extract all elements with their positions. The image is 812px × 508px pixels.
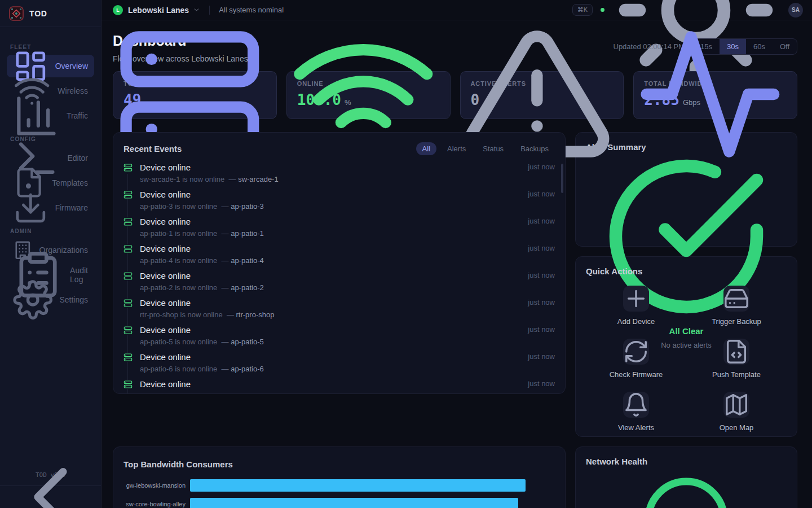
bandwidth-row: gw-lebowski-mansion bbox=[123, 479, 555, 492]
event-title: Device online bbox=[140, 298, 521, 308]
event-time: just now bbox=[528, 244, 555, 252]
stat-card: ONLINE 100.0 % bbox=[286, 71, 451, 119]
stat-card: TOTAL BANDWIDTH 2.85 Gbps bbox=[633, 71, 797, 119]
event-row: Device online ap-patio-6 is now online —… bbox=[123, 352, 555, 379]
event-tab-alerts[interactable]: Alerts bbox=[441, 142, 472, 155]
sidebar-nav: FLEET Overview Wireless Traffic CONFIG E… bbox=[0, 27, 101, 466]
quick-action-label: Open Map bbox=[720, 423, 754, 432]
event-row: Device online ap-patio-5 is now online —… bbox=[123, 325, 555, 352]
event-description: sw-arcade-1 is now online — sw-arcade-1 bbox=[140, 175, 521, 183]
server-icon bbox=[123, 271, 133, 281]
event-time: just now bbox=[528, 352, 555, 361]
event-row: Device online just now bbox=[123, 379, 555, 394]
event-tabs: AllAlertsStatusBackups bbox=[416, 142, 555, 155]
server-icon bbox=[123, 217, 133, 226]
event-description: ap-patio-4 is now online — ap-patio-4 bbox=[140, 256, 521, 265]
bandwidth-device-label: sw-core-bowling-alley bbox=[123, 501, 190, 507]
network-health-gauge: 100 bbox=[586, 474, 787, 508]
logo-row: TOD bbox=[0, 0, 101, 27]
sidebar-item-label: Settings bbox=[59, 295, 88, 304]
activity-icon bbox=[634, 17, 787, 173]
quick-action-view-alerts[interactable]: View Alerts bbox=[586, 392, 686, 432]
server-icon bbox=[123, 163, 133, 172]
event-row: Device online ap-patio-4 is now online —… bbox=[123, 244, 555, 271]
bandwidth-panel: Top Bandwidth Consumers gw-lebowski-mans… bbox=[113, 446, 566, 508]
sidebar-item-label: Audit Log bbox=[70, 266, 88, 284]
event-tab-status[interactable]: Status bbox=[476, 142, 510, 155]
sidebar-collapse-button[interactable] bbox=[0, 485, 101, 508]
event-tab-backups[interactable]: Backups bbox=[514, 142, 555, 155]
sidebar-item-traffic[interactable]: Traffic bbox=[7, 104, 94, 127]
event-time: just now bbox=[528, 325, 555, 334]
event-time: just now bbox=[528, 298, 555, 306]
plus-icon bbox=[623, 286, 649, 312]
server-icon bbox=[123, 353, 133, 362]
event-time: just now bbox=[528, 217, 555, 225]
server-icon bbox=[123, 380, 133, 389]
event-tab-all[interactable]: All bbox=[416, 142, 436, 155]
event-time: just now bbox=[528, 190, 555, 198]
quick-actions-grid: Add Device Trigger Backup Check Firmware… bbox=[586, 286, 787, 432]
sidebar: TOD FLEET Overview Wireless Traffic CONF… bbox=[0, 0, 102, 508]
event-title: Device online bbox=[140, 325, 521, 335]
content: Dashboard Fleet overview across Lebowski… bbox=[102, 20, 812, 508]
map-icon bbox=[723, 392, 749, 418]
bar-chart-icon bbox=[13, 93, 60, 139]
gear-icon bbox=[13, 280, 52, 319]
command-palette-shortcut[interactable]: ⌘K bbox=[572, 4, 593, 16]
sidebar-item-label: Templates bbox=[52, 178, 88, 187]
app-root: TOD FLEET Overview Wireless Traffic CONF… bbox=[0, 0, 812, 508]
event-title: Device online bbox=[140, 271, 521, 281]
quick-action-label: Check Firmware bbox=[610, 370, 663, 379]
refresh-icon bbox=[623, 339, 649, 365]
topbar-divider bbox=[209, 6, 210, 15]
sidebar-item-label: Wireless bbox=[58, 86, 88, 95]
quick-action-push-template[interactable]: Push Template bbox=[686, 339, 787, 379]
event-row: Device online ap-patio-1 is now online —… bbox=[123, 217, 555, 244]
event-description: ap-patio-2 is now online — ap-patio-2 bbox=[140, 283, 521, 292]
org-selector[interactable]: Lebowski Lanes bbox=[128, 6, 189, 15]
bandwidth-device-label: gw-lebowski-mansion bbox=[123, 482, 190, 489]
events-list: Device online sw-arcade-1 is now online … bbox=[123, 163, 555, 394]
hard-drive-icon bbox=[723, 286, 749, 312]
sidebar-item-label: Firmware bbox=[55, 203, 88, 212]
event-row: Device online rtr-pro-shop is now online… bbox=[123, 298, 555, 325]
download-icon bbox=[13, 190, 48, 226]
event-description: ap-patio-3 is now online — ap-patio-3 bbox=[140, 202, 521, 211]
event-description: ap-patio-6 is now online — ap-patio-6 bbox=[140, 365, 521, 373]
event-time: just now bbox=[528, 271, 555, 279]
alert-status-text: All Clear bbox=[669, 326, 704, 336]
bandwidth-bar bbox=[190, 479, 526, 492]
quick-action-check-firmware[interactable]: Check Firmware bbox=[586, 339, 686, 379]
sidebar-item-editor[interactable]: Editor bbox=[7, 147, 94, 169]
bandwidth-title: Top Bandwidth Consumers bbox=[123, 459, 233, 469]
quick-action-label: Push Template bbox=[712, 370, 761, 379]
quick-action-add-device[interactable]: Add Device bbox=[586, 286, 686, 326]
server-icon bbox=[123, 244, 133, 253]
event-description: ap-patio-5 is now online — ap-patio-5 bbox=[140, 338, 521, 346]
network-health-title: Network Health bbox=[586, 457, 647, 466]
quick-action-label: Trigger Backup bbox=[712, 317, 761, 326]
sidebar-item-label: Overview bbox=[55, 62, 88, 71]
bandwidth-rows: gw-lebowski-mansionsw-core-bowling-alley bbox=[123, 479, 555, 508]
quick-action-trigger-backup[interactable]: Trigger Backup bbox=[686, 286, 787, 326]
sidebar-item-firmware[interactable]: Firmware bbox=[7, 196, 94, 219]
server-icon bbox=[123, 326, 133, 335]
chevron-down-icon[interactable] bbox=[193, 6, 200, 14]
event-title: Device online bbox=[140, 163, 521, 172]
sidebar-item-label: Editor bbox=[67, 154, 88, 163]
stat-card: ACTIVE ALERTS 0 bbox=[460, 71, 624, 119]
quick-action-open-map[interactable]: Open Map bbox=[686, 392, 787, 432]
event-row: Device online ap-patio-2 is now online —… bbox=[123, 271, 555, 298]
chevron-left-icon bbox=[0, 446, 101, 508]
event-time: just now bbox=[528, 379, 555, 388]
app-logo-icon bbox=[9, 6, 24, 21]
bandwidth-bar bbox=[190, 498, 518, 508]
user-avatar[interactable]: SA bbox=[788, 3, 803, 17]
events-scrollbar[interactable] bbox=[561, 164, 563, 193]
sidebar-item-settings[interactable]: Settings bbox=[7, 288, 94, 311]
sidebar-item-label: Traffic bbox=[67, 111, 88, 120]
event-row: Device online ap-patio-3 is now online —… bbox=[123, 190, 555, 217]
right-column: Alert Summary All Clear No active alerts… bbox=[575, 132, 797, 508]
main-grid: Recent Events AllAlertsStatusBackups Dev… bbox=[113, 132, 797, 508]
